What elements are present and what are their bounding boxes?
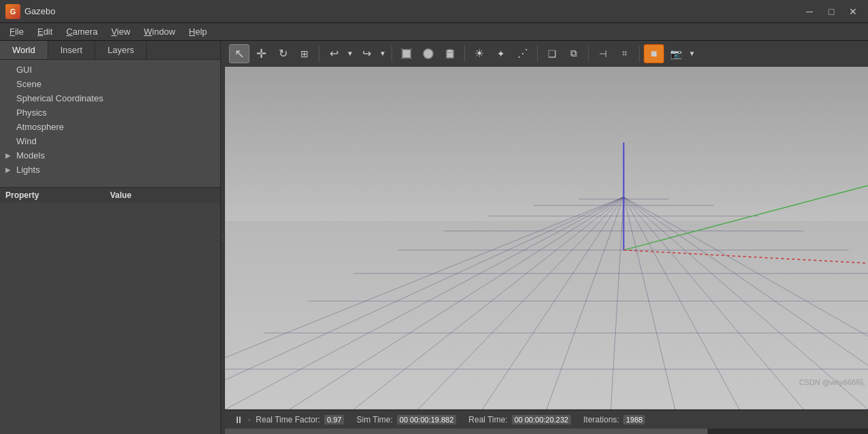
tree-view: GUI Scene Spherical Coordinates Physics … bbox=[0, 60, 220, 187]
property-body bbox=[0, 203, 220, 434]
tree-item-physics[interactable]: Physics bbox=[0, 105, 220, 120]
lights-arrow: ▶ bbox=[5, 166, 11, 173]
separator-2 bbox=[392, 46, 392, 62]
tab-insert[interactable]: Insert bbox=[48, 41, 96, 59]
tree-item-gui[interactable]: GUI bbox=[0, 63, 220, 77]
menu-help[interactable]: Help bbox=[182, 25, 214, 38]
main-layout: World Insert Layers GUI Scene Spherical … bbox=[0, 41, 868, 434]
sim-time-label: Sim Time: bbox=[352, 415, 396, 424]
sim-time-value: 00 00:00:19.882 bbox=[397, 415, 457, 424]
statusbar: ⏸ · Real Time Factor: 0.97 Sim Time: 00 … bbox=[225, 410, 868, 429]
menu-camera[interactable]: Camera bbox=[59, 25, 104, 38]
iterations-value: 1988 bbox=[623, 415, 645, 424]
box-shape-button[interactable] bbox=[396, 44, 417, 63]
real-time-label: Real Time: bbox=[464, 415, 511, 424]
physics-label: Physics bbox=[16, 107, 47, 118]
viewport-area: ↖ ✛ ↻ ⊞ ↩ ▼ ↪ ▼ ☀ ✦ ⋰ bbox=[225, 41, 868, 434]
align-button[interactable]: ⊣ bbox=[593, 44, 613, 63]
separator-4 bbox=[537, 46, 538, 62]
tree-item-models[interactable]: ▶ Models bbox=[0, 148, 220, 163]
close-button[interactable]: ✕ bbox=[844, 4, 863, 19]
property-panel: Property Value bbox=[0, 187, 220, 434]
scale-tool-button[interactable]: ⊞ bbox=[294, 44, 315, 63]
svg-rect-0 bbox=[402, 50, 411, 58]
status-dot: · bbox=[248, 415, 250, 424]
svg-line-4 bbox=[401, 58, 402, 59]
highlight-shape-button[interactable]: ■ bbox=[644, 44, 664, 63]
tree-item-atmosphere[interactable]: Atmosphere bbox=[0, 120, 220, 134]
tab-world[interactable]: World bbox=[0, 41, 48, 59]
tree-item-spherical[interactable]: Spherical Coordinates bbox=[0, 91, 220, 105]
lights-label: Lights bbox=[16, 165, 40, 175]
minimize-button[interactable]: ─ bbox=[800, 4, 819, 19]
tree-item-lights[interactable]: ▶ Lights bbox=[0, 163, 220, 177]
svg-point-7 bbox=[447, 50, 453, 52]
menu-file[interactable]: File bbox=[3, 25, 31, 38]
tree-item-scene[interactable]: Scene bbox=[0, 77, 220, 91]
property-header: Property Value bbox=[0, 188, 220, 203]
separator-5 bbox=[588, 46, 589, 62]
atmosphere-label: Atmosphere bbox=[16, 122, 64, 132]
real-time-value: 00 00:00:20.232 bbox=[512, 415, 572, 424]
scene-label: Scene bbox=[16, 79, 41, 89]
point-light-button[interactable]: ✦ bbox=[491, 44, 511, 63]
redo-dropdown[interactable]: ▼ bbox=[378, 44, 387, 63]
restore-button[interactable]: □ bbox=[822, 4, 841, 19]
sphere-shape-button[interactable] bbox=[418, 44, 438, 63]
menubar: File Edit Camera View Window Help bbox=[0, 23, 868, 41]
screenshot-dropdown[interactable]: ▼ bbox=[687, 44, 697, 63]
left-panel: World Insert Layers GUI Scene Spherical … bbox=[0, 41, 221, 434]
rtf-label: Real Time Factor: bbox=[251, 415, 324, 424]
rtf-value: 0.97 bbox=[324, 415, 344, 424]
menu-edit[interactable]: Edit bbox=[31, 25, 59, 38]
toolbar: ↖ ✛ ↻ ⊞ ↩ ▼ ↪ ▼ ☀ ✦ ⋰ bbox=[225, 41, 868, 67]
cylinder-shape-button[interactable] bbox=[440, 44, 460, 63]
spot-light-button[interactable]: ⋰ bbox=[513, 44, 533, 63]
sun-light-button[interactable]: ☀ bbox=[469, 44, 489, 63]
menu-view[interactable]: View bbox=[105, 25, 137, 38]
property-col-label: Property bbox=[5, 190, 110, 200]
svg-line-3 bbox=[411, 58, 412, 59]
separator-1 bbox=[319, 46, 319, 62]
snap-button[interactable]: ⌗ bbox=[614, 44, 635, 63]
copy-button[interactable]: ❑ bbox=[542, 44, 562, 63]
window-controls: ─ □ ✕ bbox=[800, 4, 863, 19]
app-logo: G bbox=[5, 4, 20, 19]
undo-dropdown[interactable]: ▼ bbox=[345, 44, 355, 63]
redo-button[interactable]: ↪ bbox=[356, 44, 377, 63]
tab-bar: World Insert Layers bbox=[0, 41, 220, 60]
watermark: CSDN @why666吗. bbox=[799, 378, 865, 388]
select-tool-button[interactable]: ↖ bbox=[229, 44, 249, 63]
paste-button[interactable]: ⧉ bbox=[563, 44, 584, 63]
grid-canvas bbox=[225, 67, 868, 410]
models-arrow: ▶ bbox=[5, 152, 11, 159]
separator-6 bbox=[639, 46, 640, 62]
models-label: Models bbox=[16, 150, 45, 161]
pause-button[interactable]: ⏸ bbox=[230, 412, 247, 427]
app-title: Gazebo bbox=[24, 6, 56, 16]
svg-line-2 bbox=[411, 48, 412, 50]
titlebar: G Gazebo ─ □ ✕ bbox=[0, 0, 868, 23]
separator-3 bbox=[464, 46, 465, 62]
gui-label: GUI bbox=[16, 65, 32, 75]
value-col-label: Value bbox=[110, 190, 215, 200]
translate-tool-button[interactable]: ✛ bbox=[251, 44, 271, 63]
menu-window[interactable]: Window bbox=[137, 25, 182, 38]
progress-bar bbox=[225, 429, 708, 434]
tab-layers[interactable]: Layers bbox=[95, 41, 147, 59]
wind-label: Wind bbox=[16, 136, 37, 146]
svg-point-5 bbox=[423, 49, 433, 59]
screenshot-button[interactable]: 📷 bbox=[665, 44, 686, 63]
spherical-label: Spherical Coordinates bbox=[16, 93, 103, 103]
undo-button[interactable]: ↩ bbox=[324, 44, 344, 63]
viewport[interactable]: CSDN @why666吗. bbox=[225, 67, 868, 410]
rotate-tool-button[interactable]: ↻ bbox=[273, 44, 293, 63]
iterations-label: Iterations: bbox=[579, 415, 623, 424]
tree-item-wind[interactable]: Wind bbox=[0, 134, 220, 148]
svg-line-1 bbox=[401, 48, 402, 50]
progress-bar-container[interactable] bbox=[225, 429, 868, 434]
